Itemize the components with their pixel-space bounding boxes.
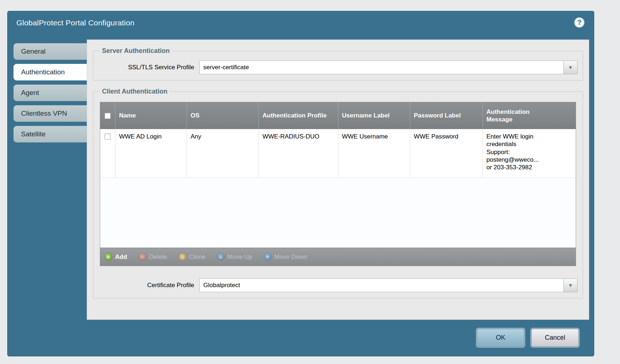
client-authentication-legend: Client Authentication [100, 88, 170, 95]
clone-button-label: Clone [189, 253, 205, 261]
table-empty-area [100, 178, 576, 248]
tab-label: Authentication [21, 68, 65, 76]
ssl-tls-service-profile-label: SSL/TLS Service Profile [98, 64, 199, 71]
move-up-button[interactable]: ▲ Move Up [217, 253, 252, 261]
add-button[interactable]: + Add [105, 253, 127, 261]
client-authentication-section: Client Authentication Name OS Authentica… [93, 88, 583, 298]
tab-clientless-vpn[interactable]: Clientless VPN [13, 105, 87, 122]
help-button[interactable]: ? [574, 17, 584, 28]
column-header-label: Name [119, 112, 136, 119]
page-title: GlobalProtect Portal Configuration [16, 18, 134, 27]
add-icon: + [105, 253, 112, 261]
certificate-profile-input[interactable]: Globalprotect [199, 278, 564, 292]
select-all-checkbox[interactable] [105, 113, 111, 119]
cell-auth-profile: WWE-RADIUS-DUO [259, 129, 338, 178]
tab-authentication[interactable]: Authentication [13, 64, 87, 80]
ssl-tls-dropdown-button[interactable]: ▼ [564, 61, 578, 74]
column-header-os: OS [187, 102, 259, 129]
certificate-profile-value: Globalprotect [203, 282, 240, 289]
column-header-auth-message: Authentication Message [483, 102, 576, 129]
certificate-profile-label: Certificate Profile [98, 282, 199, 289]
cell-password-label: WWE Password [410, 129, 483, 178]
client-auth-table: Name OS Authentication Profile Username … [100, 102, 576, 266]
tab-label: Satellite [21, 130, 46, 138]
certificate-profile-dropdown-button[interactable]: ▼ [564, 278, 578, 292]
column-header-name: Name [115, 102, 187, 129]
cancel-button[interactable]: Cancel [531, 329, 579, 347]
move-down-icon: ▼ [264, 253, 272, 261]
server-authentication-legend: Server Authentication [100, 47, 172, 55]
table-row[interactable]: WWE AD Login Any WWE-RADIUS-DUO WWE User… [100, 129, 576, 178]
tab-label: Clientless VPN [21, 109, 67, 117]
server-authentication-section: Server Authentication SSL/TLS Service Pr… [93, 47, 583, 80]
column-header-auth-profile: Authentication Profile [259, 102, 338, 129]
tab-satellite[interactable]: Satellite [13, 126, 87, 142]
column-header-label: Authentication Message [486, 108, 544, 124]
add-button-label: Add [115, 253, 127, 261]
cell-os: Any [187, 129, 259, 178]
table-header-row: Name OS Authentication Profile Username … [100, 102, 576, 129]
column-header-label: Username Label [342, 112, 389, 119]
clone-icon [179, 253, 186, 261]
ssl-tls-service-profile-value: server-certificate [203, 64, 249, 71]
delete-button-label: Delete [149, 253, 167, 261]
table-toolbar: + Add − Delete Clone ▲ Move Up [100, 248, 576, 266]
column-header-label: Password Label [414, 112, 461, 119]
move-down-button[interactable]: ▼ Move Down [264, 253, 307, 261]
column-header-label: OS [191, 112, 200, 119]
delete-button[interactable]: − Delete [139, 253, 167, 261]
move-down-button-label: Move Down [274, 253, 307, 261]
dialog-titlebar: GlobalProtect Portal Configuration ? [8, 11, 594, 34]
ok-button[interactable]: OK [477, 329, 524, 347]
globalprotect-portal-config-dialog: GlobalProtect Portal Configuration ? Gen… [7, 11, 594, 356]
ssl-tls-service-profile-input[interactable]: server-certificate [199, 61, 564, 74]
content-panel: Server Authentication SSL/TLS Service Pr… [87, 40, 589, 320]
tab-agent[interactable]: Agent [13, 84, 87, 101]
tab-label: Agent [21, 89, 39, 97]
column-header-username-label: Username Label [338, 102, 410, 129]
help-icon: ? [577, 18, 582, 26]
column-header-password-label: Password Label [410, 102, 483, 129]
chevron-down-icon: ▼ [568, 282, 573, 288]
delete-icon: − [139, 253, 146, 261]
tab-general[interactable]: General [13, 43, 87, 60]
clone-button[interactable]: Clone [179, 253, 205, 261]
cell-auth-message: Enter WWE login credentials Support: pos… [483, 129, 576, 178]
column-header-label: Authentication Profile [262, 112, 327, 119]
chevron-down-icon: ▼ [568, 65, 573, 70]
dialog-footer: OK Cancel [477, 329, 579, 347]
sidebar: General Authentication Agent Clientless … [13, 43, 87, 146]
tab-label: General [21, 47, 46, 55]
move-up-icon: ▲ [217, 253, 225, 261]
cell-username-label: WWE Username [338, 129, 410, 178]
row-checkbox[interactable] [105, 133, 111, 140]
move-up-button-label: Move Up [228, 253, 252, 261]
cell-name: WWE AD Login [115, 129, 187, 178]
